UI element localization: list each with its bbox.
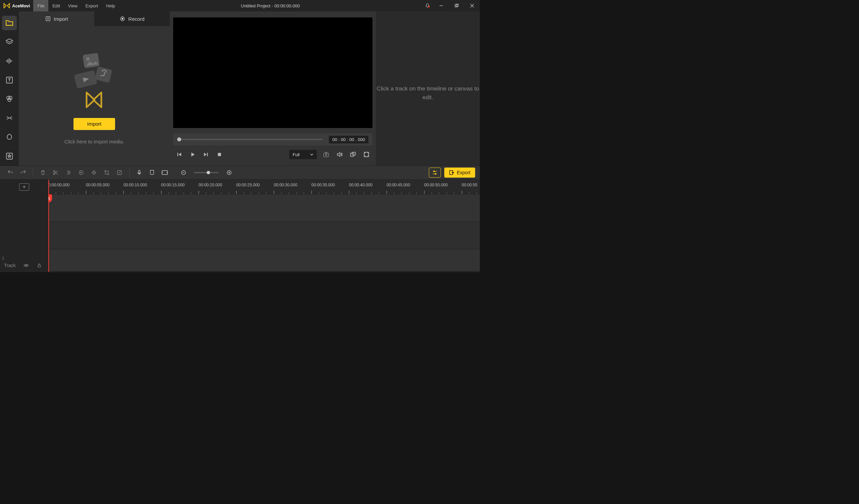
preview-panel: 00 : 00 : 00 . 000 Full	[170, 11, 376, 166]
zoom-knob-icon[interactable]	[207, 171, 210, 174]
audio-wave-icon	[5, 57, 13, 65]
menu-file[interactable]: File	[33, 0, 48, 11]
timeline-ruler[interactable]: 0:00:00.00000:00:05.00000:00:10.00000:00…	[48, 179, 480, 194]
svg-rect-24	[218, 153, 221, 156]
fullscreen-button[interactable]	[362, 151, 371, 158]
export-icon	[449, 170, 454, 175]
svg-point-26	[326, 154, 327, 156]
svg-point-50	[26, 265, 27, 266]
export-button[interactable]: Export	[444, 168, 475, 178]
svg-rect-23	[207, 153, 208, 157]
elements-icon	[5, 133, 13, 141]
preview-canvas[interactable]	[173, 17, 373, 128]
app-logo: AceMovi	[0, 2, 33, 9]
voiceover-button[interactable]	[134, 167, 145, 178]
undo-button[interactable]	[5, 167, 16, 178]
zoom-out-button[interactable]	[178, 167, 189, 178]
svg-rect-20	[95, 66, 112, 83]
zoom-in-button[interactable]	[224, 167, 235, 178]
plus-icon: +	[22, 184, 26, 190]
tab-record[interactable]: Record	[94, 11, 170, 26]
maximize-button[interactable]	[449, 0, 464, 11]
sidebar-item-filters[interactable]	[2, 92, 17, 106]
snapshot-button[interactable]	[322, 151, 330, 158]
panel-tabs: Import Record	[19, 11, 170, 26]
lock-icon[interactable]	[37, 263, 42, 268]
track-lane-3[interactable]	[48, 249, 480, 271]
playback-slider[interactable]	[177, 139, 323, 140]
track-number: 1	[2, 256, 4, 261]
sliders-icon	[432, 170, 438, 176]
sidebar-item-transitions[interactable]	[2, 111, 17, 125]
import-button[interactable]: Import	[74, 118, 115, 130]
settings-sliders-button[interactable]	[429, 168, 441, 178]
playback-time: 00 : 00 : 00 . 000	[329, 136, 368, 143]
delete-button[interactable]	[37, 167, 49, 178]
prev-frame-button[interactable]	[175, 151, 183, 158]
menubar: File Edit View Export Help	[33, 0, 119, 11]
aspect-button[interactable]	[159, 167, 170, 178]
chevron-down-icon	[310, 153, 313, 156]
tab-import-label: Import	[54, 16, 68, 22]
sidebar-item-media[interactable]	[2, 16, 17, 30]
reverse-button[interactable]	[75, 167, 87, 178]
stop-button[interactable]	[215, 151, 224, 158]
eye-icon[interactable]	[24, 263, 29, 268]
svg-rect-36	[139, 170, 140, 173]
marker-button[interactable]	[146, 167, 158, 178]
export-label: Export	[457, 170, 470, 175]
split-button[interactable]	[50, 167, 61, 178]
menu-edit[interactable]: Edit	[48, 0, 64, 11]
volume-button[interactable]	[335, 151, 344, 158]
zoom-slider[interactable]	[194, 172, 219, 173]
svg-point-48	[435, 173, 436, 174]
playback-controls: Full	[173, 147, 373, 162]
keyframe-button[interactable]	[88, 167, 100, 178]
sidebar-item-stock[interactable]	[2, 35, 17, 49]
quality-dropdown[interactable]: Full	[289, 150, 317, 159]
svg-point-12	[9, 96, 12, 99]
close-button[interactable]	[464, 0, 480, 11]
notifications-button[interactable]	[421, 3, 434, 9]
star-icon	[5, 152, 13, 160]
add-track-button[interactable]: +	[0, 179, 48, 194]
media-illustration	[66, 48, 123, 115]
quality-label: Full	[292, 152, 300, 157]
import-hint: Click here to import media.	[64, 139, 124, 144]
separator	[33, 169, 33, 177]
play-button[interactable]	[189, 151, 197, 158]
sidebar-item-text[interactable]	[2, 73, 17, 87]
track-lane-1[interactable]	[48, 194, 480, 222]
track-lane-2[interactable]	[48, 222, 480, 249]
titlebar: AceMovi File Edit View Export Help Untit…	[0, 0, 480, 11]
import-icon	[45, 16, 51, 22]
media-panel: Import Record Import Click her	[19, 11, 170, 166]
track-header: + 1 Track	[0, 179, 48, 272]
tab-import[interactable]: Import	[19, 11, 94, 26]
app-name: AceMovi	[12, 3, 30, 9]
redo-button[interactable]	[17, 167, 29, 178]
slider-knob-icon[interactable]	[177, 137, 181, 141]
track-label: Track	[4, 263, 15, 268]
playhead[interactable]: 6	[48, 179, 49, 272]
next-frame-button[interactable]	[202, 151, 210, 158]
inspector-panel: Click a track on the timeline or canvas …	[376, 11, 480, 166]
window-title: Untitled Project - 00:00:00.000	[119, 3, 421, 9]
sidebar-item-elements[interactable]	[2, 130, 17, 144]
detach-button[interactable]	[349, 151, 357, 158]
menu-export[interactable]: Export	[81, 0, 102, 11]
menu-view[interactable]: View	[64, 0, 81, 11]
speed-button[interactable]	[63, 167, 74, 178]
svg-point-47	[434, 171, 435, 172]
track-area[interactable]: 0:00:00.00000:00:05.00000:00:10.00000:00…	[48, 179, 480, 272]
svg-rect-18	[82, 52, 100, 68]
sidebar-item-audio[interactable]	[2, 54, 17, 68]
minimize-button[interactable]	[434, 0, 449, 11]
app-window: AceMovi File Edit View Export Help Untit…	[0, 0, 480, 272]
crop-button[interactable]	[101, 167, 112, 178]
logo-icon	[3, 2, 10, 9]
svg-rect-22	[178, 153, 178, 157]
sidebar-item-templates[interactable]	[2, 149, 17, 163]
menu-help[interactable]: Help	[102, 0, 119, 11]
edit-button[interactable]	[114, 167, 125, 178]
